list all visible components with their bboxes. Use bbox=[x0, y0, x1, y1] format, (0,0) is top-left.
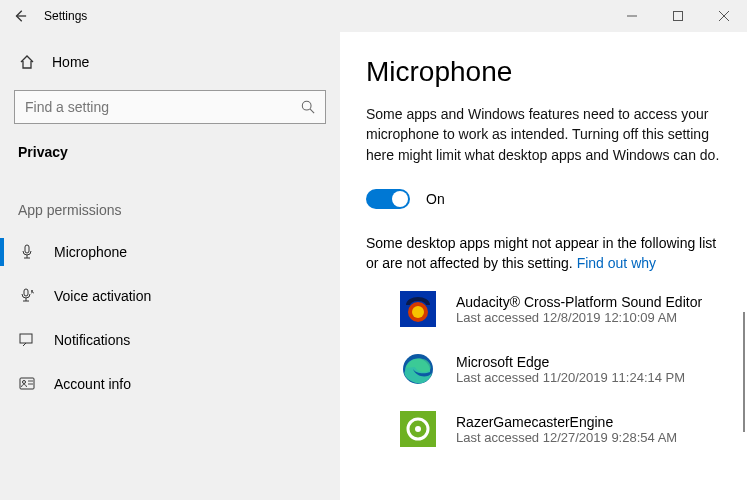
app-meta: Last accessed 11/20/2019 11:24:14 PM bbox=[456, 370, 685, 385]
toggle-knob bbox=[392, 191, 408, 207]
app-icon-razer bbox=[400, 411, 436, 447]
microphone-toggle[interactable] bbox=[366, 189, 410, 209]
minimize-icon bbox=[627, 11, 637, 21]
nav-item-account-info[interactable]: Account info bbox=[0, 362, 340, 406]
svg-rect-10 bbox=[20, 378, 34, 389]
back-button[interactable] bbox=[0, 0, 40, 32]
maximize-icon bbox=[673, 11, 683, 21]
sidebar: Home Privacy App permissions Microphone … bbox=[0, 32, 340, 500]
nav-label: Voice activation bbox=[54, 288, 151, 304]
note: Some desktop apps might not appear in th… bbox=[366, 233, 725, 274]
svg-point-8 bbox=[31, 290, 33, 292]
app-row-razer: RazerGamecasterEngine Last accessed 12/2… bbox=[366, 411, 725, 447]
page-title: Microphone bbox=[366, 56, 725, 88]
close-icon bbox=[719, 11, 729, 21]
window-controls bbox=[609, 0, 747, 32]
page-description: Some apps and Windows features need to a… bbox=[366, 104, 725, 165]
app-name: RazerGamecasterEngine bbox=[456, 414, 677, 430]
app-icon-audacity bbox=[400, 291, 436, 327]
nav-item-notifications[interactable]: Notifications bbox=[0, 318, 340, 362]
search-icon bbox=[301, 100, 315, 114]
svg-line-5 bbox=[310, 109, 314, 113]
app-meta: Last accessed 12/27/2019 9:28:54 AM bbox=[456, 430, 677, 445]
note-text: Some desktop apps might not appear in th… bbox=[366, 235, 716, 271]
search-box[interactable] bbox=[14, 90, 326, 124]
app-meta: Last accessed 12/8/2019 12:10:09 AM bbox=[456, 310, 702, 325]
svg-point-18 bbox=[415, 426, 421, 432]
notifications-icon bbox=[18, 331, 36, 349]
svg-rect-7 bbox=[24, 289, 28, 296]
main: Microphone Some apps and Windows feature… bbox=[340, 32, 747, 500]
account-info-icon bbox=[18, 375, 36, 393]
search-input[interactable] bbox=[25, 99, 301, 115]
arrow-left-icon bbox=[13, 9, 27, 23]
find-out-why-link[interactable]: Find out why bbox=[577, 255, 656, 271]
svg-rect-9 bbox=[20, 334, 32, 343]
svg-rect-6 bbox=[25, 245, 29, 253]
nav-label: Notifications bbox=[54, 332, 130, 348]
app-row-edge: Microsoft Edge Last accessed 11/20/2019 … bbox=[366, 351, 725, 387]
close-button[interactable] bbox=[701, 0, 747, 32]
svg-point-4 bbox=[302, 101, 311, 110]
group-label: App permissions bbox=[0, 178, 340, 230]
nav-item-voice-activation[interactable]: Voice activation bbox=[0, 274, 340, 318]
microphone-icon bbox=[18, 243, 36, 261]
voice-activation-icon bbox=[18, 287, 36, 305]
home-icon bbox=[18, 53, 36, 71]
svg-point-14 bbox=[412, 306, 424, 318]
nav-label: Microphone bbox=[54, 244, 127, 260]
nav-label: Account info bbox=[54, 376, 131, 392]
nav-item-microphone[interactable]: Microphone bbox=[0, 230, 340, 274]
app-icon-edge bbox=[400, 351, 436, 387]
app-name: Audacity® Cross-Platform Sound Editor bbox=[456, 294, 702, 310]
section-label: Privacy bbox=[0, 138, 340, 178]
svg-point-11 bbox=[23, 381, 26, 384]
home-label: Home bbox=[52, 54, 89, 70]
home-nav[interactable]: Home bbox=[0, 42, 340, 82]
scrollbar[interactable] bbox=[743, 312, 745, 432]
minimize-button[interactable] bbox=[609, 0, 655, 32]
app-name: Microsoft Edge bbox=[456, 354, 685, 370]
maximize-button[interactable] bbox=[655, 0, 701, 32]
titlebar: Settings bbox=[0, 0, 747, 32]
window-title: Settings bbox=[40, 9, 609, 23]
toggle-label: On bbox=[426, 191, 445, 207]
svg-rect-1 bbox=[674, 12, 683, 21]
app-row-audacity: Audacity® Cross-Platform Sound Editor La… bbox=[366, 291, 725, 327]
